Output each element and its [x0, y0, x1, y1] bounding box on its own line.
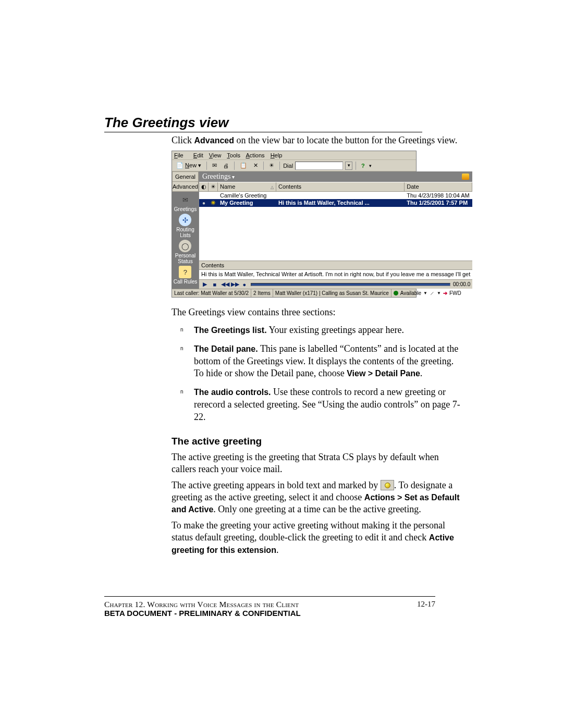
para-active-1: The active greeting is the greeting that… — [172, 451, 461, 475]
separator — [234, 162, 235, 170]
toolbar-overflow[interactable]: ▾ — [369, 163, 372, 168]
toolbar: 📄 New ▾ ✉ 🖨 📋 ✕ ☀ Dial ▼ ? ▾ — [172, 160, 416, 171]
status-presence-area: Available ▼ ⟋ ▼ ➔ FWD — [391, 289, 463, 297]
col-active-icon[interactable]: ☀ — [209, 182, 218, 191]
audio-slider[interactable] — [251, 283, 450, 286]
presence-dropdown[interactable]: ▼ — [423, 291, 427, 295]
view-header-icon — [462, 174, 469, 180]
nav-greetings-label: Greetings — [172, 206, 199, 212]
intro-post: on the view bar to locate the button for… — [234, 135, 457, 145]
dial-label: Dial — [283, 163, 293, 169]
stop-button[interactable]: ■ — [211, 281, 218, 288]
row-date: Thu 4/23/1998 10:04 AM — [405, 192, 472, 199]
col-date[interactable]: Date — [405, 182, 472, 191]
row-contents — [276, 192, 405, 199]
row-playing — [199, 199, 209, 207]
status-last-caller: Last caller: Matt Waller at 5/30/2 — [172, 289, 251, 297]
record-button[interactable]: ● — [241, 281, 248, 288]
nav-routing-lists[interactable]: ✣ Routing Lists — [172, 214, 199, 238]
status-sep-icon: ⟋ — [430, 290, 435, 296]
intro-paragraph: Click Advanced on the view bar to locate… — [172, 134, 461, 146]
fwd-arrow-icon: ➔ — [443, 290, 447, 296]
sections-list: n The Greetings list. Your existing gree… — [180, 324, 461, 423]
audio-time: 00:00.0 — [453, 281, 470, 287]
detail-pane-body: Hi this is Matt Waller, Technical Writer… — [199, 270, 472, 279]
p2-post2: . Only one greeting at a time can be the… — [213, 504, 421, 514]
section-heading: The Greetings view — [104, 115, 422, 132]
menu-edit[interactable]: Edit — [193, 152, 203, 158]
view-header: Greetings ▾ — [199, 171, 472, 182]
new-button[interactable]: 📄 New ▾ — [174, 161, 203, 170]
delete-icon[interactable]: ✕ — [251, 161, 260, 170]
audio-controls: ▶ ■ ◀◀ ▶▶ ● 00:00.0 — [199, 279, 472, 289]
nav-personal-status[interactable]: ◯ Personal Status — [172, 240, 199, 264]
col-name[interactable]: Name△ — [218, 182, 276, 191]
intro-pre: Click — [172, 135, 194, 145]
col-contents[interactable]: Contents — [276, 182, 405, 191]
row-contents: Hi this is Matt Waller, Technical ... — [276, 199, 405, 207]
nav-callrules-label: Call Rules — [172, 279, 199, 285]
bullet-lead: The Greetings list. — [194, 326, 267, 335]
status-icon: ◯ — [179, 240, 191, 252]
active-greeting-icon — [381, 480, 394, 490]
row-name: My Greeting — [218, 199, 276, 207]
rewind-button[interactable]: ◀◀ — [221, 281, 228, 288]
status-presence[interactable]: Available — [400, 290, 421, 296]
menu-file[interactable]: File — [174, 152, 188, 158]
navtab-advanced[interactable]: Advanced — [172, 182, 199, 192]
bullet-rest: Your existing greetings appear here. — [267, 325, 404, 335]
separator — [279, 162, 280, 170]
footer-chapter: Chapter 12. Working with Voice Messages … — [104, 600, 299, 609]
tool-icon-3[interactable]: ☀ — [267, 161, 276, 170]
bullet-tail: . — [420, 368, 423, 378]
forward-button[interactable]: ▶▶ — [231, 281, 238, 288]
para-active-2: The active greeting appears in bold text… — [172, 479, 461, 515]
row-active-icon: ☀ — [209, 199, 218, 207]
menu-bar: File Edit View Tools Actions Help — [172, 151, 416, 160]
nav-routing-label: Routing Lists — [172, 227, 199, 238]
presence-dot-icon — [394, 291, 398, 295]
table-row[interactable]: Camille's Greeting Thu 4/23/1998 10:04 A… — [199, 192, 472, 199]
footer-confidential: BETA DOCUMENT - PRELIMINARY & CONFIDENTI… — [104, 609, 435, 618]
menu-help[interactable]: Help — [271, 152, 283, 158]
list-item: n The audio controls. Use these controls… — [180, 386, 461, 423]
p3-post: . — [276, 545, 279, 555]
subheading: The active greeting — [172, 436, 461, 447]
para-active-3: To make the greeting your active greetin… — [172, 520, 461, 556]
status-fwd[interactable]: FWD — [449, 290, 461, 296]
dial-input[interactable] — [295, 162, 343, 170]
row-playing — [199, 192, 209, 199]
list-item: n The Greetings list. Your existing gree… — [180, 324, 461, 337]
tool-icon-1[interactable]: ✉ — [210, 161, 219, 170]
dnd-dropdown[interactable]: ▼ — [437, 291, 441, 295]
bullet-icon: n — [180, 326, 183, 333]
tool-icon-2[interactable]: 📋 — [238, 161, 249, 170]
table-row[interactable]: ☀ My Greeting Hi this is Matt Waller, Te… — [199, 199, 472, 207]
routing-icon: ✣ — [179, 214, 191, 226]
menu-view[interactable]: View — [209, 152, 222, 158]
bullet-lead: The audio controls. — [194, 388, 271, 397]
greetings-list: Camille's Greeting Thu 4/23/1998 10:04 A… — [199, 192, 472, 261]
status-identity: Matt Waller (x171) | Calling as Susan St… — [273, 289, 391, 297]
footer-page-number: 12-17 — [417, 600, 435, 609]
bullet-icon: n — [180, 388, 183, 395]
status-bar: Last caller: Matt Waller at 5/30/2 2 Ite… — [172, 289, 416, 297]
menu-actions[interactable]: Actions — [246, 152, 265, 158]
status-item-count: 2 Items — [251, 289, 273, 297]
nav-greetings[interactable]: ✉ Greetings — [172, 193, 199, 212]
nav-status-label: Personal Status — [172, 253, 199, 264]
help-icon[interactable]: ? — [359, 162, 367, 170]
nav-call-rules[interactable]: ? Call Rules — [172, 266, 199, 285]
separator — [263, 162, 264, 170]
navtab-general[interactable]: General — [172, 171, 199, 182]
dial-dropdown[interactable]: ▼ — [345, 162, 352, 170]
col-playing-icon[interactable]: ◐ — [199, 182, 209, 191]
row-active — [209, 192, 218, 199]
list-item: n The Detail pane. This pane is labelled… — [180, 343, 461, 380]
view-bar: General Advanced ✉ Greetings ✣ Routing L… — [172, 171, 199, 289]
greetings-icon: ✉ — [179, 193, 191, 206]
sections-intro: The Greetings view contains three sectio… — [172, 307, 461, 318]
play-button[interactable]: ▶ — [201, 281, 209, 288]
print-icon[interactable]: 🖨 — [221, 162, 231, 170]
menu-tools[interactable]: Tools — [227, 152, 240, 158]
